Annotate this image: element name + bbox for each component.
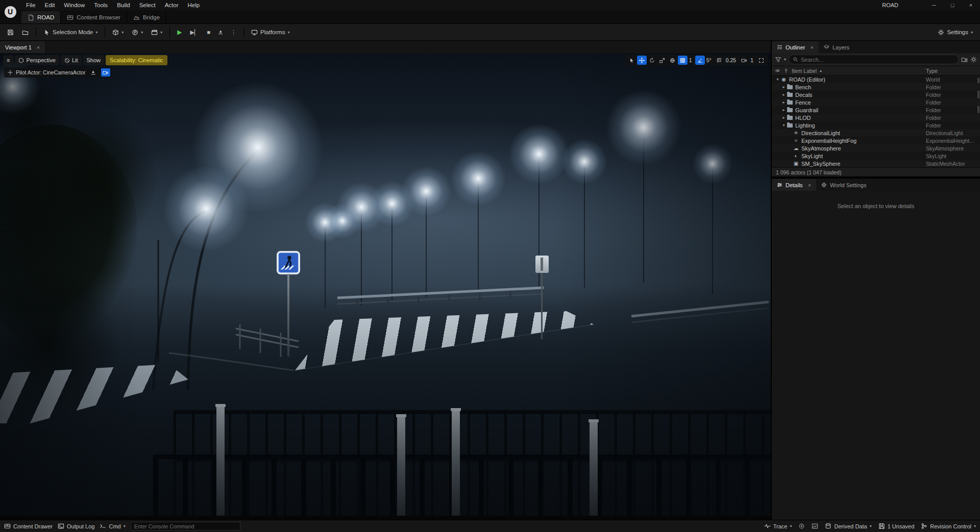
perspective-label: Perspective [26,57,55,63]
view-mode-dropdown[interactable]: Lit [61,55,82,65]
tab-layers[interactable]: Layers [819,41,854,53]
blueprints-dropdown[interactable]: ▾ [129,26,146,38]
camera-speed-button[interactable] [739,56,749,65]
expander-icon[interactable]: ▸ [781,108,787,112]
tab-details[interactable]: Details × [772,179,816,191]
outliner-row[interactable]: ◐SkyLightSkyLight [772,152,980,160]
outliner-row[interactable]: ☀DirectionalLightDirectionalLight [772,129,980,137]
selection-mode-dropdown[interactable]: Selection Mode ▾ [40,26,101,38]
scale-tool-button[interactable] [657,56,667,65]
content-drawer-button[interactable]: Content Drawer [4,523,53,529]
rotate-tool-button[interactable] [647,56,657,65]
play-options-button[interactable]: ⋮ [228,26,239,38]
expander-icon[interactable]: ▾ [781,123,787,128]
filter-icon[interactable] [775,56,781,63]
chevron-down-icon[interactable]: ▾ [784,57,786,62]
outliner-row[interactable]: ▸FenceFolder [772,98,980,106]
column-item-label[interactable]: Item Label [792,68,817,74]
outliner-row[interactable]: ▸GuardrailFolder [772,106,980,114]
expander-icon[interactable]: ▸ [781,100,787,105]
visibility-eye-icon[interactable] [775,68,780,73]
column-type[interactable]: Type [926,68,938,74]
save-button[interactable] [4,26,17,38]
maximize-viewport-button[interactable] [756,56,766,65]
light-icon: ☀ [793,130,799,136]
expander-icon[interactable]: ▾ [775,77,780,82]
outliner-row[interactable]: ≈ExponentialHeightFogExponentialHeightFo… [772,137,980,144]
launch-button[interactable]: ▲ [215,26,226,38]
pin-icon[interactable] [783,68,789,73]
scale-snap-value[interactable]: 0.25 [726,57,736,63]
tab-outliner[interactable]: Outliner × [772,41,819,53]
menu-item-file[interactable]: File [21,0,40,10]
camera-speed-value[interactable]: 1 [750,57,753,63]
transform-toolbar: 1 5° 0.25 1 [625,55,768,65]
perspective-dropdown[interactable]: Perspective [15,55,59,65]
rotation-snap-toggle[interactable] [695,56,705,65]
tab-world-settings[interactable]: World Settings [816,179,871,191]
scale-snap-toggle[interactable] [715,56,724,65]
screenshot-icon[interactable] [812,523,818,529]
expander-icon[interactable]: ▸ [781,85,787,89]
tab-level-road[interactable]: ROAD [21,11,61,23]
outliner-row[interactable]: ☁SkyAtmosphereSkyAtmosphere [772,144,980,152]
close-button[interactable]: × [962,0,980,10]
menu-item-window[interactable]: Window [59,0,89,10]
viewport-scene[interactable]: ≡ Perspective Lit Show Scalability: Cine… [0,53,771,516]
new-folder-icon[interactable] [961,56,968,63]
select-tool-button[interactable] [627,56,636,65]
menu-item-help[interactable]: Help [183,0,205,10]
cmd-dropdown[interactable]: Cmd ▾ [100,523,125,529]
rotation-snap-value[interactable]: 5° [706,57,712,63]
minimize-button[interactable]: ─ [925,0,943,10]
move-tool-button[interactable] [637,56,647,65]
console-input[interactable] [134,523,237,529]
menu-item-tools[interactable]: Tools [89,0,112,10]
menu-item-select[interactable]: Select [135,0,160,10]
insights-icon[interactable] [798,523,805,529]
browse-levels-button[interactable] [19,26,32,38]
revision-control-dropdown[interactable]: Revision Control ▾ [921,523,976,529]
unsaved-indicator-button[interactable]: 1 Unsaved [878,523,915,529]
settings-dropdown[interactable]: Settings ▾ [935,26,976,38]
cinematics-dropdown[interactable]: ▾ [148,26,165,38]
derived-data-dropdown[interactable]: Derived Data ▾ [825,523,871,529]
stop-piloting-button[interactable]: ▲ [89,68,98,77]
expander-icon[interactable]: ▸ [781,92,787,97]
camera-view-toggle[interactable] [101,68,110,77]
tab-content-browser[interactable]: Content Browser [61,11,127,23]
close-tab-icon[interactable]: × [808,182,811,188]
menu-item-actor[interactable]: Actor [160,0,183,10]
expander-icon[interactable]: ▸ [781,115,787,120]
viewport-options-button[interactable]: ≡ [3,55,13,65]
outliner-row[interactable]: ▸HLODFolder [772,114,980,121]
add-actor-dropdown[interactable]: ▾ [109,26,127,38]
outliner-settings-icon[interactable] [970,56,977,63]
frame-skip-button[interactable]: ▶▏ [187,26,202,38]
outliner-row[interactable]: ▸BenchFolder [772,83,980,91]
output-log-button[interactable]: Output Log [58,523,94,529]
unreal-logo-icon[interactable]: U [0,0,20,23]
grid-snap-value[interactable]: 1 [689,57,692,63]
world-coordinate-button[interactable] [668,56,677,65]
tab-bridge[interactable]: Bridge [127,11,166,23]
scalability-warning-button[interactable]: Scalability: Cinematic [106,55,167,65]
stop-button[interactable]: ■ [204,26,214,38]
outliner-row[interactable]: ▾◉ROAD (Editor)World [772,75,980,83]
search-input[interactable] [801,57,954,63]
trace-dropdown[interactable]: Trace ▾ [764,523,792,529]
platforms-dropdown[interactable]: Platforms ▾ [248,26,293,38]
menu-item-edit[interactable]: Edit [40,0,60,10]
menu-item-build[interactable]: Build [112,0,135,10]
show-dropdown[interactable]: Show [83,55,105,65]
tab-viewport-1[interactable]: Viewport 1 × [0,41,45,53]
outliner-row[interactable]: ▾LightingFolder [772,121,980,129]
outliner-row[interactable]: ▣SM_SkySphereStaticMeshActor [772,160,980,167]
close-tab-icon[interactable]: × [37,44,40,50]
tab-label: World Settings [830,182,866,188]
outliner-row[interactable]: ▸DecalsFolder [772,91,980,98]
grid-snap-toggle[interactable] [678,56,688,65]
maximize-button[interactable]: □ [943,0,962,10]
close-tab-icon[interactable]: × [811,44,814,50]
play-button[interactable]: ▶ [174,26,185,38]
